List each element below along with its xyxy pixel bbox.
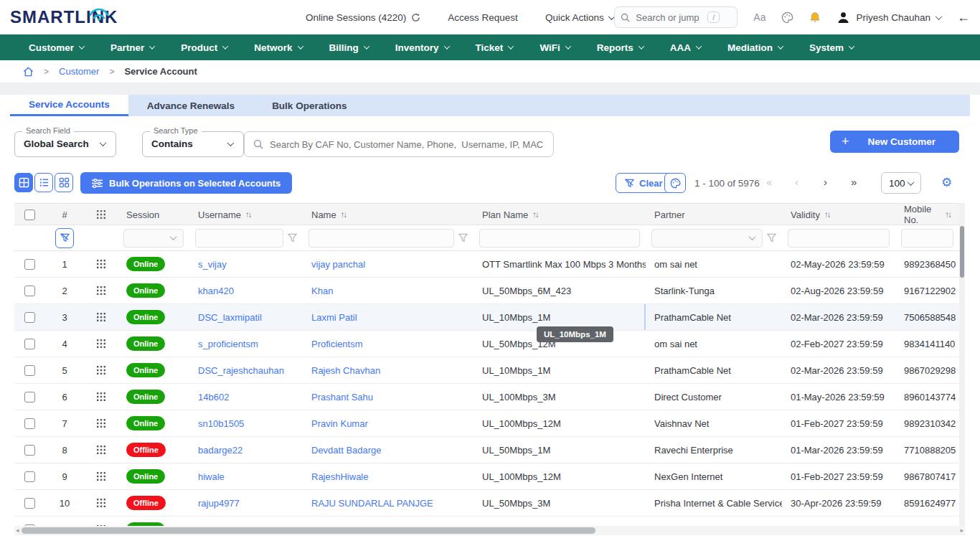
customer-name-link[interactable]: Pravin Kumar	[311, 418, 368, 429]
nav-menu-item[interactable]: Reports	[597, 42, 644, 53]
row-checkbox[interactable]	[24, 445, 35, 456]
row-checkbox[interactable]	[24, 312, 35, 323]
access-request-link[interactable]: Access Request	[448, 12, 518, 23]
customer-name-link[interactable]: Laxmi Patil	[311, 312, 357, 323]
customer-name-link[interactable]: Khan	[311, 286, 333, 296]
nav-menu-item[interactable]: Network	[254, 42, 302, 53]
col-header-partner[interactable]: Partner	[646, 204, 782, 225]
sort-icon[interactable]: ↑↓	[532, 210, 538, 219]
username-filter-input[interactable]	[195, 229, 283, 248]
nav-menu-item[interactable]: AAA	[670, 42, 701, 53]
color-filter-button[interactable]	[664, 173, 686, 193]
nav-menu-item[interactable]: Partner	[110, 42, 154, 53]
customer-name-link[interactable]: Prashant Sahu	[311, 392, 373, 402]
username-link[interactable]: sn10b1505	[198, 418, 244, 429]
sort-icon[interactable]: ↑↓	[341, 210, 347, 219]
nav-menu-item[interactable]: Inventory	[395, 42, 449, 53]
username-link[interactable]: DSC_rajeshchauhan	[198, 365, 284, 376]
username-link[interactable]: 14b602	[198, 392, 229, 402]
row-checkbox[interactable]	[24, 339, 35, 349]
funnel-icon[interactable]	[458, 233, 468, 242]
session-filter-select[interactable]	[123, 229, 184, 248]
sort-icon[interactable]: ↑↓	[824, 210, 830, 219]
table-view-button[interactable]	[14, 173, 33, 192]
bulk-operations-button[interactable]: Bulk Operations on Selected Accounts	[80, 172, 292, 194]
pagination-last[interactable]: »	[851, 176, 857, 188]
sort-icon[interactable]: ↑↓	[946, 210, 951, 219]
nav-menu-item[interactable]: Mediation	[727, 42, 783, 53]
username-link[interactable]: DSC_laxmipatil	[198, 312, 262, 323]
font-size-toggle[interactable]: Aa	[753, 11, 765, 23]
col-header-username[interactable]: Username↑↓	[189, 204, 303, 225]
nav-menu-item[interactable]: System	[809, 42, 854, 53]
row-grid-icon[interactable]	[85, 463, 118, 489]
nav-menu-item[interactable]: Customer	[29, 42, 84, 53]
app-logo[interactable]: SMARTLINK	[0, 7, 151, 27]
refresh-icon[interactable]	[411, 13, 420, 22]
row-grid-icon[interactable]	[85, 251, 118, 277]
col-header-name[interactable]: Name↑↓	[303, 204, 473, 225]
row-grid-icon[interactable]	[85, 490, 118, 516]
clear-filters-button[interactable]: Clear	[616, 173, 672, 193]
plan-filter-input[interactable]	[479, 229, 640, 248]
col-header-mobile[interactable]: Mobile No.↑↓	[895, 204, 959, 225]
nav-menu-item[interactable]: Billing	[329, 42, 369, 53]
username-link[interactable]: badarge22	[198, 445, 242, 456]
notifications-bell-icon[interactable]	[809, 11, 821, 24]
card-view-button[interactable]	[55, 173, 73, 192]
username-link[interactable]: hiwale	[198, 471, 225, 482]
username-link[interactable]: s_vijay	[198, 259, 227, 270]
search-field-select[interactable]: Search Field Global Search	[14, 131, 116, 157]
select-all-checkbox[interactable]	[24, 209, 35, 220]
row-grid-icon[interactable]	[85, 304, 118, 330]
nav-menu-item[interactable]: WiFi	[540, 42, 570, 53]
row-checkbox[interactable]	[24, 286, 35, 296]
home-icon[interactable]	[23, 67, 34, 77]
search-input[interactable]	[636, 12, 702, 23]
customer-name-link[interactable]: Proficientsm	[311, 339, 363, 349]
row-grid-icon[interactable]	[85, 437, 118, 463]
account-search-input[interactable]	[270, 139, 545, 150]
col-header-validity[interactable]: Validity↑↓	[782, 204, 895, 225]
row-grid-icon[interactable]	[85, 357, 118, 383]
row-checkbox[interactable]	[24, 259, 35, 270]
customer-name-link[interactable]: Devdatt Badarge	[311, 445, 382, 456]
row-grid-icon[interactable]	[85, 278, 118, 303]
username-link[interactable]: khan420	[198, 286, 234, 296]
page-size-select[interactable]: 100	[881, 172, 921, 194]
search-type-select[interactable]: Search Type Contains	[142, 131, 244, 157]
row-grid-icon[interactable]	[85, 384, 118, 410]
tab-bulk-operations[interactable]: Bulk Operations	[253, 95, 365, 116]
breadcrumb-customer-link[interactable]: Customer	[59, 66, 99, 77]
row-checkbox[interactable]	[24, 418, 35, 429]
customer-name-link[interactable]: Rajesh Chavhan	[311, 365, 380, 376]
pagination-prev[interactable]: ‹	[795, 176, 798, 188]
customer-name-link[interactable]: RajeshHiwale	[311, 471, 368, 482]
quick-actions-menu[interactable]: Quick Actions	[545, 12, 614, 23]
new-customer-button[interactable]: + New Customer	[830, 131, 959, 153]
row-checkbox[interactable]	[24, 392, 35, 402]
customer-name-link[interactable]: RAJU SUNDARLAL PANJGE	[311, 498, 433, 509]
mobile-filter-input[interactable]	[901, 229, 953, 248]
row-grid-icon[interactable]	[85, 517, 118, 526]
row-grid-icon[interactable]	[85, 410, 118, 436]
partner-filter-select[interactable]	[651, 229, 763, 248]
tab-advance-renewals[interactable]: Advance Renewals	[128, 95, 253, 116]
online-sessions-link[interactable]: Online Sessions (4220)	[306, 12, 420, 23]
row-filter-clear-button[interactable]	[55, 228, 74, 248]
customer-name-link[interactable]: vijay panchal	[311, 259, 365, 270]
nav-menu-item[interactable]: Product	[181, 42, 227, 53]
horizontal-scrollbar[interactable]: ◂ ▸	[14, 526, 965, 535]
name-filter-input[interactable]	[308, 229, 454, 248]
pagination-next[interactable]: ›	[824, 176, 827, 188]
tab-service-accounts[interactable]: Service Accounts	[10, 95, 128, 116]
col-header-num[interactable]: #	[44, 204, 85, 225]
collapse-arrow-icon[interactable]: ←	[957, 10, 970, 25]
row-checkbox[interactable]	[24, 471, 35, 482]
table-settings-gear-icon[interactable]: ⚙	[941, 175, 952, 190]
theme-palette-icon[interactable]	[781, 11, 793, 24]
pagination-first[interactable]: «	[766, 176, 772, 188]
row-checkbox[interactable]	[24, 498, 35, 509]
vertical-scroll-thumb[interactable]	[960, 226, 964, 278]
funnel-icon[interactable]	[288, 233, 297, 242]
